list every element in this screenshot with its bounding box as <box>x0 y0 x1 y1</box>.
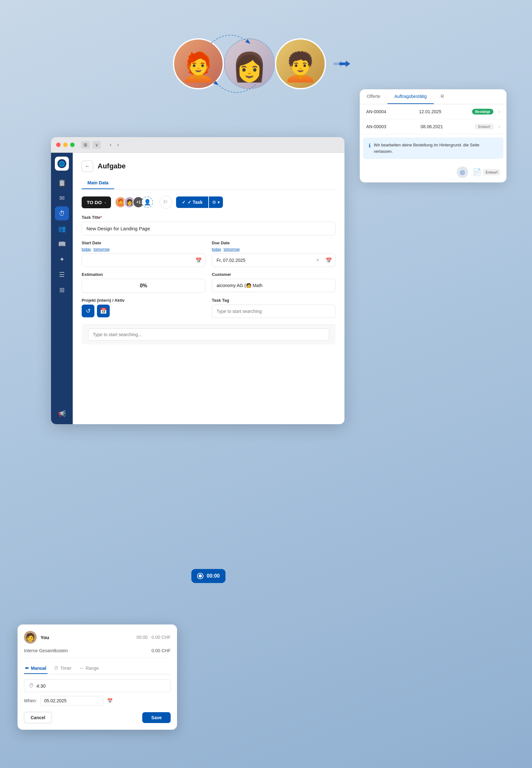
todo-status-badge[interactable]: TO DO - <box>82 196 111 208</box>
sidebar-item-announcements[interactable]: 📢 <box>55 407 69 421</box>
task-tag-group: Task Tag <box>212 298 336 318</box>
timer-tab-label: Timer <box>60 666 71 671</box>
due-today-btn[interactable]: today <box>212 247 221 252</box>
book-icon: 📖 <box>58 240 66 248</box>
sidebar-item-users[interactable]: 👥 <box>55 222 69 236</box>
project-group: Projekt (intern) / Aktiv ↺ 📅 <box>82 298 205 317</box>
total-label: Interne Gesamtkosten <box>24 648 68 653</box>
status-badge-draft: Entwurf <box>475 124 493 129</box>
popup-user-row: 🧑 You 00:00 0.00 CHF <box>24 631 171 644</box>
project-calendar-button[interactable]: 📅 <box>97 305 110 317</box>
main-content: ← Aufgabe Main Data TO DO - 🧑‍🦰 👩 +1 👤 <box>73 153 344 424</box>
menu-icon: ☰ <box>59 271 65 278</box>
clock-icon: ⏱ <box>29 683 34 689</box>
status-dash: - <box>104 200 106 205</box>
next-arrow <box>334 60 353 68</box>
checkmark-icon: ✓ <box>182 200 186 205</box>
preview-icon[interactable]: ◎ <box>457 166 468 178</box>
start-date-input[interactable] <box>82 254 192 267</box>
tab-auftragsbestatigung[interactable]: Auftragsbestätig <box>388 89 434 104</box>
sidebar-item-integrations[interactable]: ✦ <box>55 252 69 266</box>
tabs-bar: Main Data <box>82 177 336 189</box>
due-date-calendar-icon[interactable]: 📅 <box>322 257 335 263</box>
right-panel: Offerte Auftragsbestätig R AN-00004 12.0… <box>360 89 506 182</box>
project-buttons: ↺ 📅 <box>82 305 205 317</box>
popup-time-input[interactable] <box>36 683 166 689</box>
bottom-search-input[interactable] <box>88 329 329 341</box>
tab-r[interactable]: R <box>434 89 451 104</box>
task-title-input[interactable] <box>82 222 336 235</box>
sidebar-item-tasks[interactable]: 📋 <box>55 176 69 190</box>
window-controls: ⊞ ∨ <box>81 141 101 149</box>
maximize-button[interactable] <box>70 143 75 147</box>
task-tag-label: Task Tag <box>212 298 336 303</box>
popup-tab-manual[interactable]: ✏ Manual <box>24 663 48 674</box>
close-button[interactable] <box>56 143 61 147</box>
popup-tab-timer[interactable]: ⏱ Timer <box>53 663 73 674</box>
calendar-icon[interactable]: 📅 <box>107 698 113 703</box>
row-action-2[interactable]: › <box>499 124 500 129</box>
flag-button[interactable]: 🏳 <box>159 196 172 209</box>
popup-tab-range[interactable]: ↔ Range <box>78 663 100 674</box>
due-date-input-wrapper: × 📅 <box>212 254 336 267</box>
due-date-clear-icon[interactable]: × <box>313 257 322 263</box>
task-btn-label: ✓ Task <box>188 200 203 205</box>
forward-arrow[interactable]: › <box>115 141 121 148</box>
tab-main-data[interactable]: Main Data <box>82 177 114 189</box>
task-button-group: ✓ ✓ Task ⚙ ▾ <box>176 196 223 208</box>
customer-group: Customer aiconomy AG (🧑 Math <box>212 272 336 292</box>
order-id-2: AN-00003 <box>366 124 416 129</box>
range-label: Range <box>86 666 99 671</box>
manual-label: Manual <box>31 666 46 671</box>
total-cost: 0.00 CHF <box>151 648 171 653</box>
order-id-1: AN-00004 <box>366 109 414 114</box>
avatar-3: 🧑‍🦱 <box>275 38 326 89</box>
back-button[interactable]: ← <box>82 160 93 172</box>
sidebar-item-timer[interactable]: ⏱ <box>55 206 69 220</box>
panel-row-1: AN-00004 12.01.2025 Bestätigt › <box>360 104 506 119</box>
back-arrow[interactable]: ‹ <box>108 141 113 148</box>
estimation-input[interactable] <box>82 279 205 293</box>
task-confirm-button[interactable]: ✓ ✓ Task <box>176 196 208 208</box>
main-window: ⊞ ∨ ‹ › 🌐 📋 ✉ ⏱ <box>51 137 344 424</box>
sidebar-item-grid[interactable]: ⊞ <box>55 283 69 297</box>
start-tomorrow-btn[interactable]: tomorrow <box>93 247 109 252</box>
due-date-input[interactable] <box>212 254 313 267</box>
task-tag-input[interactable] <box>212 305 336 318</box>
tasks-icon: 📋 <box>58 179 66 187</box>
sidebar-item-mail[interactable]: ✉ <box>55 191 69 205</box>
gear-icon: ⚙ <box>212 200 216 205</box>
customer-input[interactable]: aiconomy AG (🧑 Math <box>212 279 336 292</box>
window-dropdown-btn[interactable]: ∨ <box>92 141 101 149</box>
window-chrome: ⊞ ∨ ‹ › <box>51 137 344 153</box>
panel-row-2: AN-00003 08.06.2021 Entwurf › <box>360 119 506 134</box>
tab-offerte[interactable]: Offerte <box>360 89 388 104</box>
customer-label: Customer <box>212 272 336 277</box>
page-title: Aufgabe <box>98 162 126 170</box>
estimation-customer-row: Estimation Customer aiconomy AG (🧑 Math <box>82 272 336 293</box>
sidebar-item-book[interactable]: 📖 <box>55 237 69 251</box>
popup-date-input[interactable] <box>41 696 103 705</box>
start-today-btn[interactable]: today <box>82 247 91 252</box>
cancel-button[interactable]: Cancel <box>24 712 52 723</box>
right-panel-tabs: Offerte Auftragsbestätig R <box>360 89 506 104</box>
minimize-button[interactable] <box>63 143 68 147</box>
save-button[interactable]: Save <box>142 712 171 723</box>
start-date-label: Start Date <box>82 240 205 245</box>
timer-overlay-button[interactable]: 00:00 <box>191 569 225 583</box>
record-icon <box>197 573 203 579</box>
task-settings-button[interactable]: ⚙ ▾ <box>209 196 223 208</box>
project-reset-button[interactable]: ↺ <box>82 305 94 317</box>
popup-when-row: When: 📅 <box>24 696 171 705</box>
start-date-calendar-icon[interactable]: 📅 <box>192 257 205 263</box>
task-title-label: Task Title* <box>82 215 336 220</box>
integrations-icon: ✦ <box>59 255 65 263</box>
add-assignee-button[interactable]: 👤 <box>142 196 153 208</box>
sidebar-item-menu[interactable]: ☰ <box>55 268 69 282</box>
order-date-1: 12.01.2025 <box>419 109 467 114</box>
required-star: * <box>100 215 102 220</box>
due-tomorrow-btn[interactable]: tomorrow <box>224 247 240 252</box>
sidebar-toggle-btn[interactable]: ⊞ <box>81 141 90 149</box>
popup-total-row: Interne Gesamtkosten 0.00 CHF <box>24 648 171 658</box>
row-action-1[interactable]: › <box>499 109 500 114</box>
